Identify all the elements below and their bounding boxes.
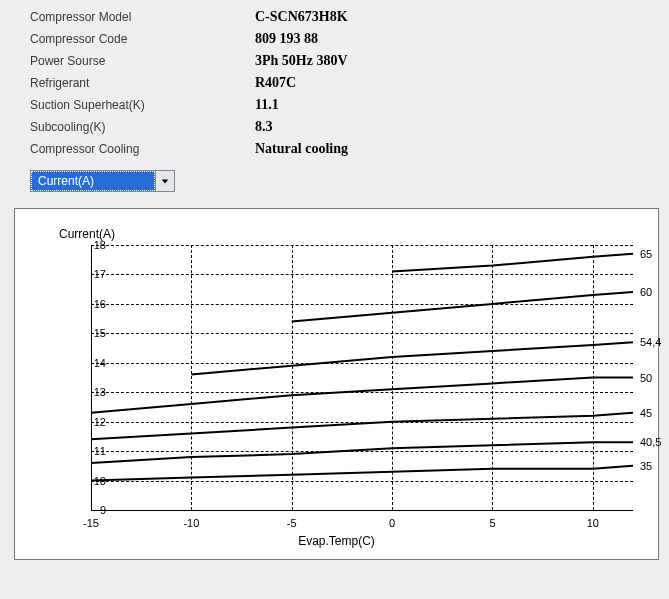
y-tick-label: 13 bbox=[66, 386, 106, 398]
gridline-v bbox=[91, 245, 92, 510]
series-end-label: 50 bbox=[640, 372, 669, 384]
gridline-h bbox=[91, 245, 633, 246]
y-tick-label: 17 bbox=[66, 268, 106, 280]
gridline-h bbox=[91, 510, 633, 511]
series-end-label: 54,4 bbox=[640, 336, 669, 348]
spec-row-subcooling: Subcooling(K) 8.3 bbox=[30, 116, 659, 138]
spec-row-cooling: Compressor Cooling Natural cooling bbox=[30, 138, 659, 160]
series-end-label: 40,5 bbox=[640, 436, 669, 448]
x-tick-label: -10 bbox=[176, 517, 206, 529]
spec-row-code: Compressor Code 809 193 88 bbox=[30, 28, 659, 50]
x-tick-label: 0 bbox=[377, 517, 407, 529]
spec-value: R407C bbox=[255, 75, 296, 91]
gridline-v bbox=[292, 245, 293, 510]
x-axis-title: Evap.Temp(C) bbox=[15, 534, 658, 548]
spec-row-superheat: Suction Superheat(K) 11.1 bbox=[30, 94, 659, 116]
spec-row-power: Power Sourse 3Ph 50Hz 380V bbox=[30, 50, 659, 72]
chart-type-select[interactable]: Current(A) bbox=[30, 170, 175, 192]
gridline-v bbox=[593, 245, 594, 510]
spec-label: Compressor Model bbox=[30, 10, 255, 24]
spec-value: 11.1 bbox=[255, 97, 279, 113]
gridline-h bbox=[91, 481, 633, 482]
gridline-h bbox=[91, 363, 633, 364]
gridline-v bbox=[392, 245, 393, 510]
y-tick-label: 12 bbox=[66, 416, 106, 428]
spec-label: Refrigerant bbox=[30, 76, 255, 90]
gridline-h bbox=[91, 392, 633, 393]
spec-value: Natural cooling bbox=[255, 141, 348, 157]
spec-label: Power Sourse bbox=[30, 54, 255, 68]
x-tick-label: -15 bbox=[76, 517, 106, 529]
chevron-down-icon bbox=[155, 171, 174, 191]
series-end-label: 35 bbox=[640, 460, 669, 472]
y-tick-label: 18 bbox=[66, 239, 106, 251]
gridline-h bbox=[91, 422, 633, 423]
spec-label: Subcooling(K) bbox=[30, 120, 255, 134]
spec-value: 809 193 88 bbox=[255, 31, 318, 47]
spec-value: 8.3 bbox=[255, 119, 273, 135]
spec-row-refrigerant: Refrigerant R407C bbox=[30, 72, 659, 94]
spec-value: 3Ph 50Hz 380V bbox=[255, 53, 348, 69]
y-tick-label: 15 bbox=[66, 327, 106, 339]
series-end-label: 45 bbox=[640, 407, 669, 419]
series-end-label: 65 bbox=[640, 248, 669, 260]
spec-label: Suction Superheat(K) bbox=[30, 98, 255, 112]
plot-area bbox=[91, 245, 633, 510]
gridline-h bbox=[91, 333, 633, 334]
y-tick-label: 10 bbox=[66, 475, 106, 487]
y-tick-label: 16 bbox=[66, 298, 106, 310]
series-end-label: 60 bbox=[640, 286, 669, 298]
x-tick-label: -5 bbox=[277, 517, 307, 529]
chart: Current(A) Evap.Temp(C) 9101112131415161… bbox=[14, 208, 659, 560]
gridline-h bbox=[91, 304, 633, 305]
y-tick-label: 14 bbox=[66, 357, 106, 369]
y-tick-label: 11 bbox=[66, 445, 106, 457]
gridline-h bbox=[91, 274, 633, 275]
spec-table: Compressor Model C-SCN673H8K Compressor … bbox=[0, 0, 669, 164]
spec-label: Compressor Cooling bbox=[30, 142, 255, 156]
gridline-v bbox=[191, 245, 192, 510]
spec-row-model: Compressor Model C-SCN673H8K bbox=[30, 6, 659, 28]
gridline-h bbox=[91, 451, 633, 452]
gridline-v bbox=[492, 245, 493, 510]
x-tick-label: 5 bbox=[477, 517, 507, 529]
y-tick-label: 9 bbox=[66, 504, 106, 516]
x-tick-label: 10 bbox=[578, 517, 608, 529]
spec-label: Compressor Code bbox=[30, 32, 255, 46]
chart-type-selected: Current(A) bbox=[31, 171, 155, 191]
spec-value: C-SCN673H8K bbox=[255, 9, 348, 25]
svg-marker-0 bbox=[162, 179, 168, 183]
